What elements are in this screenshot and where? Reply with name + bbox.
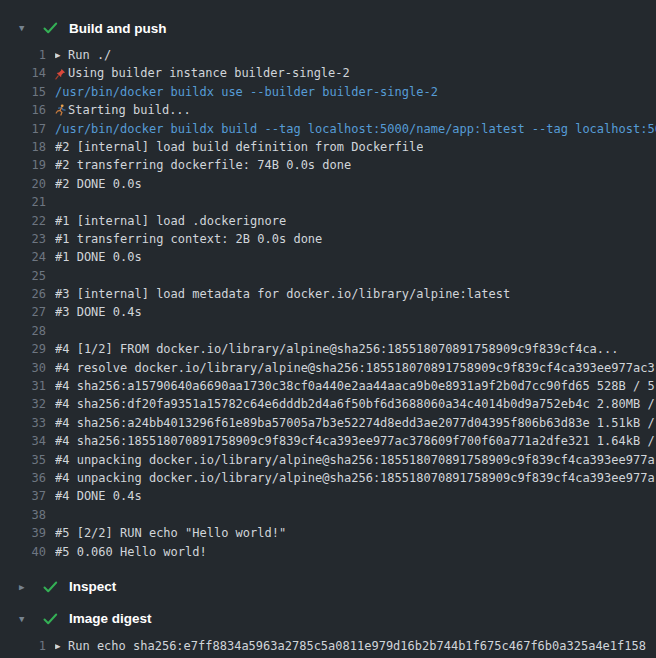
log-line-content: #5 0.060 Hello world! xyxy=(55,543,656,561)
log-line-content: #5 [2/2] RUN echo "Hello world!" xyxy=(55,524,656,542)
line-number[interactable]: 17 xyxy=(0,120,46,138)
log-line-content: #4 unpacking docker.io/library/alpine@sh… xyxy=(55,451,656,469)
log-group-header-build-and-push[interactable]: ▼ Build and push xyxy=(0,16,656,40)
log-line: 28 xyxy=(0,322,656,340)
log-line-content: #1 transferring context: 2B 0.0s done xyxy=(55,230,656,248)
log-group: ▼ Image digest 1 ▶ Run echo sha256:e7ff8… xyxy=(0,607,656,658)
line-number[interactable]: 29 xyxy=(0,340,46,358)
line-number[interactable]: 1 xyxy=(0,637,46,655)
log-line: 1 ▶ Run ./ xyxy=(0,46,656,64)
log-line: 29 #4 [1/2] FROM docker.io/library/alpin… xyxy=(0,340,656,358)
check-icon xyxy=(43,581,58,593)
log-group: ▶ Inspect xyxy=(0,575,656,599)
line-number[interactable]: 20 xyxy=(0,175,46,193)
log-text: #3 [internal] load metadata for docker.i… xyxy=(55,285,510,303)
log-line: 17 /usr/bin/docker buildx build --tag lo… xyxy=(0,120,656,138)
log-group-header-image-digest[interactable]: ▼ Image digest xyxy=(0,607,656,631)
log-text: /usr/bin/docker buildx use --builder bui… xyxy=(55,83,438,101)
log-line: 15 /usr/bin/docker buildx use --builder … xyxy=(0,83,656,101)
log-text: #4 unpacking docker.io/library/alpine@sh… xyxy=(55,451,655,469)
log-line-content: #4 [1/2] FROM docker.io/library/alpine@s… xyxy=(55,340,656,358)
line-number[interactable]: 15 xyxy=(0,83,46,101)
log-line: 21 xyxy=(0,193,656,211)
line-number[interactable]: 37 xyxy=(0,487,46,505)
log-text: #2 transferring dockerfile: 74B 0.0s don… xyxy=(55,156,351,174)
play-arrow-icon[interactable]: ▶ xyxy=(55,637,68,655)
log-text: #2 DONE 0.0s xyxy=(55,175,142,193)
line-number[interactable]: 19 xyxy=(0,156,46,174)
log-text: #4 [1/2] FROM docker.io/library/alpine@s… xyxy=(55,340,619,358)
section-title: Inspect xyxy=(69,579,116,594)
log-line: 31 #4 sha256:a15790640a6690aa1730c38cf0a… xyxy=(0,377,656,395)
line-number[interactable]: 24 xyxy=(0,248,46,266)
log-text: #2 [internal] load build definition from… xyxy=(55,138,423,156)
check-icon xyxy=(43,22,58,34)
line-number[interactable]: 16 xyxy=(0,101,46,119)
section-title: Build and push xyxy=(69,21,167,36)
log-text: #4 unpacking docker.io/library/alpine@sh… xyxy=(55,469,655,487)
play-arrow-icon[interactable]: ▶ xyxy=(55,46,68,64)
log-text: /usr/bin/docker buildx build --tag local… xyxy=(55,120,656,138)
line-number[interactable]: 28 xyxy=(0,322,46,340)
log-line-content: #3 DONE 0.4s xyxy=(55,303,656,321)
log-group: ▼ Build and push 1 ▶ Run ./ 14 xyxy=(0,16,656,561)
log-line-content: /usr/bin/docker buildx build --tag local… xyxy=(55,120,656,138)
line-number[interactable]: 34 xyxy=(0,432,46,450)
log-text: #4 resolve docker.io/library/alpine@sha2… xyxy=(55,359,655,377)
line-number[interactable]: 22 xyxy=(0,212,46,230)
line-number[interactable]: 1 xyxy=(0,46,46,64)
line-number[interactable]: 21 xyxy=(0,193,46,211)
log-line: 27 #3 DONE 0.4s xyxy=(0,303,656,321)
log-group-header-inspect[interactable]: ▶ Inspect xyxy=(0,575,656,599)
log-lines: 1 ▶ Run echo sha256:e7ff8834a5963a2785c5… xyxy=(0,637,656,658)
log-line-content: ▶ Run ./ xyxy=(55,46,656,64)
log-line-content: #1 [internal] load .dockerignore xyxy=(55,212,656,230)
log-line: 36 #4 unpacking docker.io/library/alpine… xyxy=(0,469,656,487)
section-title: Image digest xyxy=(69,611,152,626)
log-text: #3 DONE 0.4s xyxy=(55,303,142,321)
line-number[interactable]: 36 xyxy=(0,469,46,487)
log-text: #1 transferring context: 2B 0.0s done xyxy=(55,230,322,248)
line-number[interactable]: 40 xyxy=(0,543,46,561)
log-line: 39 #5 [2/2] RUN echo "Hello world!" xyxy=(0,524,656,542)
log-line: 35 #4 unpacking docker.io/library/alpine… xyxy=(0,451,656,469)
line-number[interactable]: 26 xyxy=(0,285,46,303)
line-number[interactable]: 38 xyxy=(0,506,46,524)
log-line-content: #2 [internal] load build definition from… xyxy=(55,138,656,156)
line-number[interactable]: 27 xyxy=(0,303,46,321)
log-line: 25 xyxy=(0,267,656,285)
log-text: #4 sha256:185518070891758909c9f839cf4ca3… xyxy=(55,432,655,450)
line-number[interactable]: 33 xyxy=(0,414,46,432)
line-number[interactable]: 25 xyxy=(0,267,46,285)
log-line-content: #1 DONE 0.0s xyxy=(55,248,656,266)
log-line-content: /usr/bin/docker buildx use --builder bui… xyxy=(55,83,656,101)
line-number[interactable]: 32 xyxy=(0,395,46,413)
log-line-content: #4 sha256:a24bb4013296f61e89ba57005a7b3e… xyxy=(55,414,656,432)
log-text: Using builder instance builder-single-2 xyxy=(68,64,350,82)
log-line-content: Using builder instance builder-single-2 xyxy=(55,64,656,82)
log-line: 34 #4 sha256:185518070891758909c9f839cf4… xyxy=(0,432,656,450)
line-number[interactable]: 35 xyxy=(0,451,46,469)
log-text: #4 sha256:df20fa9351a15782c64e6dddb2d4a6… xyxy=(55,395,655,413)
log-line: 32 #4 sha256:df20fa9351a15782c64e6dddb2d… xyxy=(0,395,656,413)
log-line-content: Starting build... xyxy=(55,101,656,119)
chevron-down-icon[interactable]: ▼ xyxy=(19,607,30,631)
line-number[interactable]: 14 xyxy=(0,64,46,82)
log-line-content: #2 DONE 0.0s xyxy=(55,175,656,193)
chevron-down-icon[interactable]: ▼ xyxy=(19,16,30,40)
line-number[interactable]: 39 xyxy=(0,524,46,542)
line-number[interactable]: 18 xyxy=(0,138,46,156)
runner-icon xyxy=(55,104,67,116)
log-text: #5 0.060 Hello world! xyxy=(55,543,207,561)
log-line: 33 #4 sha256:a24bb4013296f61e89ba57005a7… xyxy=(0,414,656,432)
log-line: 16 Starting build... xyxy=(0,101,656,119)
log-line: 19 #2 transferring dockerfile: 74B 0.0s … xyxy=(0,156,656,174)
line-number[interactable]: 23 xyxy=(0,230,46,248)
chevron-right-icon[interactable]: ▶ xyxy=(19,575,30,599)
log-line: 30 #4 resolve docker.io/library/alpine@s… xyxy=(0,359,656,377)
log-line: 18 #2 [internal] load build definition f… xyxy=(0,138,656,156)
line-number[interactable]: 31 xyxy=(0,377,46,395)
workflow-log-viewer: ▼ Build and push 1 ▶ Run ./ 14 xyxy=(0,0,656,658)
line-number[interactable]: 30 xyxy=(0,359,46,377)
log-line-content: #4 unpacking docker.io/library/alpine@sh… xyxy=(55,469,656,487)
